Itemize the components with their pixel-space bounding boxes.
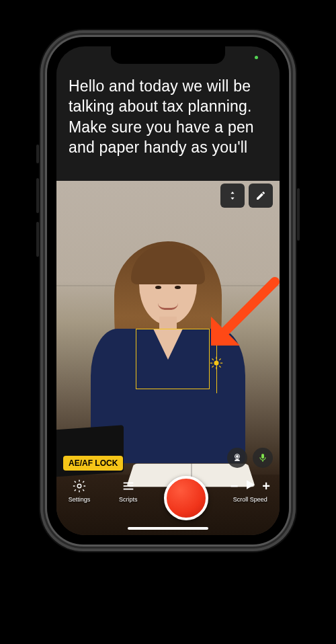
scripts-button[interactable]: Scripts bbox=[115, 477, 142, 503]
speed-decrease-button[interactable]: − bbox=[230, 479, 239, 493]
home-indicator[interactable] bbox=[128, 527, 208, 530]
volume-down-button bbox=[36, 222, 39, 257]
screen: Hello and today we will be talking about… bbox=[56, 46, 280, 535]
svg-point-14 bbox=[77, 484, 81, 488]
volume-up-button bbox=[36, 178, 39, 213]
bottom-toolbar: Settings Scripts − + Scroll Speed bbox=[56, 473, 280, 535]
svg-line-9 bbox=[219, 282, 275, 337]
side-button bbox=[36, 145, 39, 163]
edit-script-button[interactable] bbox=[249, 184, 273, 208]
play-icon bbox=[243, 478, 257, 491]
camera-active-indicator bbox=[255, 56, 258, 59]
svg-line-6 bbox=[219, 366, 220, 367]
svg-point-10 bbox=[236, 455, 239, 458]
gear-icon bbox=[72, 479, 87, 493]
notch bbox=[111, 46, 225, 64]
svg-line-7 bbox=[212, 366, 214, 367]
switch-camera-button[interactable] bbox=[227, 448, 247, 468]
switch-camera-icon bbox=[232, 452, 243, 463]
speed-increase-button[interactable]: + bbox=[262, 479, 270, 493]
power-button bbox=[297, 188, 300, 241]
scroll-speed-label: Scroll Speed bbox=[233, 496, 267, 503]
scroll-resize-icon bbox=[227, 190, 238, 201]
prompter-controls bbox=[220, 184, 273, 208]
settings-label: Settings bbox=[69, 496, 91, 503]
menu-icon bbox=[121, 479, 136, 493]
settings-button[interactable]: Settings bbox=[66, 477, 93, 503]
camera-options bbox=[227, 448, 273, 468]
microphone-button[interactable] bbox=[253, 448, 273, 468]
ae-af-lock-badge: AE/AF LOCK bbox=[63, 456, 123, 471]
phone-frame: Hello and today we will be talking about… bbox=[47, 37, 289, 545]
scroll-speed-control: − + Scroll Speed bbox=[230, 477, 270, 503]
scroll-resize-button[interactable] bbox=[220, 184, 245, 208]
teleprompter-text[interactable]: Hello and today we will be talking about… bbox=[56, 69, 280, 168]
svg-rect-12 bbox=[261, 454, 264, 458]
scripts-label: Scripts bbox=[119, 496, 138, 503]
record-button[interactable] bbox=[164, 476, 208, 520]
edit-icon bbox=[255, 190, 266, 201]
microphone-icon bbox=[257, 452, 268, 463]
play-button[interactable] bbox=[243, 478, 257, 494]
annotation-arrow bbox=[198, 268, 280, 365]
